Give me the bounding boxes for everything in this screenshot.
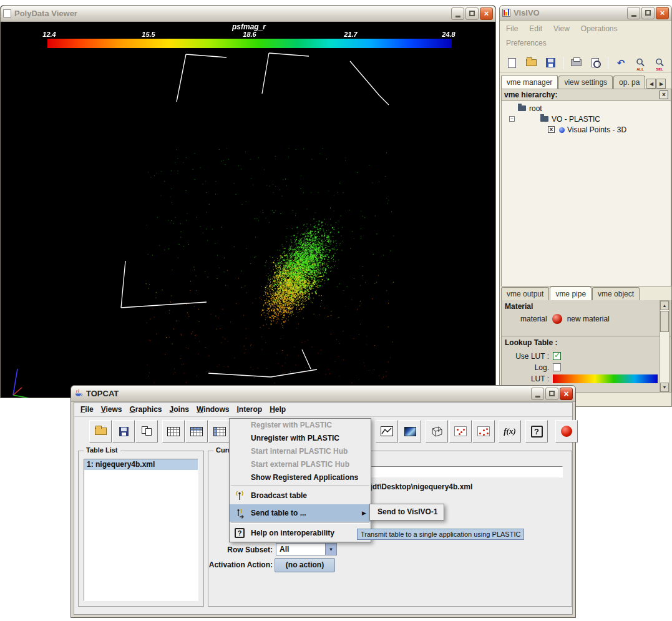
grid-3d-plot-button[interactable] [426,420,448,443]
open-folder-icon [95,428,107,435]
menu-item-help-interop[interactable]: ? Help on interoperability [230,524,371,542]
chevron-down-icon[interactable]: ▼ [325,544,336,555]
open-file-button[interactable] [524,56,538,70]
menu-file[interactable]: File [77,403,97,416]
scroll-thumb[interactable] [660,311,669,332]
menu-item-show-registered[interactable]: Show Registered Applications [230,471,371,484]
tab-scroll-left-button[interactable]: ◀ [646,79,656,89]
visivo-menu-view[interactable]: View [553,24,570,33]
material-header: Material [505,302,533,311]
tab-vme-output[interactable]: vme output [501,287,549,300]
tab-vme-manager[interactable]: vme manager [501,75,558,89]
scroll-down-button[interactable]: ▼ [660,383,669,392]
table-columns-button[interactable] [208,420,231,443]
zoom-all-button[interactable]: ALL [633,56,647,70]
table-list[interactable]: 1: nigequery4b.xml [84,459,198,601]
tab-view-settings[interactable]: view settings [558,76,613,89]
load-table-button[interactable] [89,420,112,443]
undo-button[interactable]: ↶ [614,56,628,70]
topcat-titlebar[interactable]: TOPCAT × [71,386,575,402]
menu-graphics[interactable]: Graphics [126,403,166,416]
topcat-window: TOPCAT × File Views Graphics Joins Windo… [71,385,576,618]
table-list-item-selected[interactable]: 1: nigequery4b.xml [84,459,198,470]
send-to-submenu: Send to VisIVO-1 [369,504,444,521]
scatter-3d-button[interactable] [449,420,472,443]
plot-window-button[interactable] [376,420,398,443]
duplicate-table-button[interactable] [135,420,158,443]
visibility-checkbox[interactable]: × [548,126,555,133]
tab-vme-object[interactable]: vme object [592,287,640,300]
colorbar-tick: 24.8 [442,31,455,38]
activation-action-button[interactable]: (no action) [275,558,335,572]
print-button[interactable] [569,56,583,70]
menu-joins[interactable]: Joins [166,403,193,416]
new-file-button[interactable] [505,56,519,70]
visivo-menu-preferences[interactable]: Preferences [506,39,547,47]
tree-item-root[interactable]: root [529,104,542,113]
scatter-render-canvas[interactable] [1,22,495,398]
visivo-titlebar[interactable]: VisIVO × [500,6,671,21]
save-table-button[interactable] [112,420,135,443]
red-ball-icon [561,426,572,437]
polydata-close-button[interactable]: × [480,7,493,20]
menu-windows[interactable]: Windows [193,403,233,416]
table-parameters-button[interactable] [185,420,208,443]
log-checkbox[interactable] [553,363,561,371]
vme-point-icon [559,127,565,133]
tree-row: root [502,104,671,114]
visivo-menu-operations[interactable]: Operations [581,24,618,33]
polydata-render-area[interactable]: psfmag_r 12.4 15.5 18.6 21.7 24.8 [1,22,495,398]
menu-item-send-to-visivo[interactable]: Send to VisIVO-1 [370,504,444,520]
lut-gradient[interactable] [553,374,658,383]
hierarchy-close-button[interactable]: × [660,90,668,99]
polydata-minimize-button[interactable] [451,7,464,20]
zoom-selected-button[interactable]: SEL [653,56,666,70]
menu-item-label: Send table to ... [251,509,306,517]
density-plot-button[interactable] [399,420,421,443]
use-lut-checkbox[interactable]: ✓ [553,352,561,360]
row-subset-combo[interactable]: All ▼ [276,543,337,555]
tab-scroll-right-button[interactable]: ▶ [656,79,666,89]
colorbar-title: psfmag_r [232,22,266,31]
material-label: material [520,315,547,323]
visivo-menu-file[interactable]: File [506,24,518,33]
zoom-all-label: ALL [636,67,644,71]
close-icon: × [484,9,489,18]
scrollbar[interactable]: ▲ ▼ [660,300,670,393]
material-section: Material material new material [501,300,671,336]
tab-op-pa[interactable]: op. pa [613,76,645,89]
magnifier-icon [655,58,665,67]
visivo-minimize-button[interactable] [627,7,640,19]
table-params-icon [190,427,203,436]
tab-vme-pipe[interactable]: vme pipe [550,286,592,300]
visivo-maximize-button[interactable] [641,7,655,19]
collapse-icon[interactable]: − [509,116,515,122]
polydata-titlebar[interactable]: PolyData Viewer × [1,6,495,22]
save-button[interactable] [543,56,557,70]
topcat-maximize-button[interactable] [545,388,558,400]
menu-item-unregister-plastic[interactable]: Unregister with PLASTIC [230,432,371,445]
menu-interop[interactable]: Interop [233,403,266,416]
topcat-close-button[interactable]: × [560,388,573,400]
spherical-plot-button[interactable] [472,420,495,443]
visivo-menu-edit[interactable]: Edit [529,24,542,33]
tree-item-visual-points[interactable]: Visual Points - 3D [567,125,626,134]
visivo-close-button[interactable]: × [656,7,669,19]
tree-row: × Visual Points - 3D [502,125,671,135]
polydata-maximize-button[interactable] [465,7,479,20]
help-window-button[interactable]: ? [525,420,548,443]
status-indicator-button[interactable] [555,420,578,443]
material-sphere-icon[interactable] [552,314,562,324]
menu-views[interactable]: Views [97,403,126,416]
topcat-app-icon [74,389,83,398]
scroll-up-button[interactable]: ▲ [660,301,669,310]
menu-item-broadcast-table[interactable]: Broadcast table [230,487,371,504]
table-data-button[interactable] [162,420,185,443]
table-grid-icon [167,427,180,436]
menu-item-send-table-to[interactable]: Send table to ... ▶ [230,504,371,522]
topcat-minimize-button[interactable] [531,388,544,400]
print-preview-button[interactable] [588,56,602,70]
menu-help[interactable]: Help [266,403,290,416]
function-window-button[interactable]: f(x) [499,420,521,443]
tree-item-vo-plastic[interactable]: VO - PLASTIC [552,115,600,124]
